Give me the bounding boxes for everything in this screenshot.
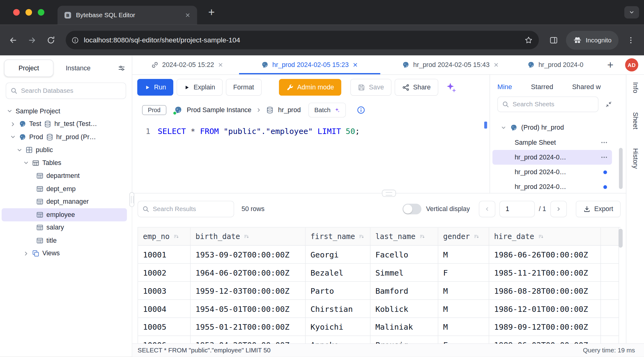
table-cell: 1955-01-21T00:00:00Z (190, 318, 305, 336)
table-cell: M (438, 318, 489, 336)
side-panel-button[interactable] (545, 32, 562, 48)
table-row[interactable]: 100041954-05-01T00:00:00ZChirstianKoblic… (138, 300, 621, 318)
browser-tab[interactable]: B Bytebase SQL Editor (57, 6, 197, 25)
share-button[interactable]: Share (395, 79, 438, 96)
close-window-button[interactable] (13, 9, 20, 15)
database-name[interactable]: hr_prod (278, 106, 301, 114)
batch-button[interactable]: Batch (308, 103, 346, 117)
column-header-last_name[interactable]: last_name (371, 228, 438, 246)
sheet-item[interactable]: hr_prod 2024-0… (493, 150, 612, 165)
run-button[interactable]: Run (137, 79, 173, 96)
sheet-item[interactable]: hr_prod 2024-0… (493, 165, 612, 179)
page-number-input[interactable] (499, 201, 535, 217)
sheet-tab-1[interactable]: hr_prod 2024-02-05 15:23 (239, 55, 380, 74)
admin-mode-button[interactable]: Admin mode (279, 79, 341, 96)
column-header-emp_no[interactable]: emp_no (138, 228, 190, 246)
filter-settings-icon[interactable] (118, 65, 125, 72)
column-header-gender[interactable]: gender (438, 228, 489, 246)
bookmark-star-icon[interactable] (524, 36, 533, 45)
ai-assistant-icon[interactable] (445, 81, 457, 93)
user-avatar[interactable]: AD (625, 58, 638, 72)
tree-item-table-dept-emp[interactable]: dept_emp (0, 182, 132, 195)
vertical-display-toggle[interactable] (402, 204, 421, 214)
table-row[interactable]: 100061953-04-20T00:00:00ZAnnekePreusigF1… (138, 336, 621, 343)
tab-shared[interactable]: Shared w (572, 83, 601, 90)
sheet-tab-2[interactable]: hr_prod 2024-02-05 15:43 (380, 55, 521, 74)
table-icon (36, 224, 44, 231)
save-button[interactable]: Save (351, 79, 391, 96)
sheet-group[interactable]: (Prod) hr_prod (493, 120, 612, 135)
chevron-right-icon (556, 206, 561, 212)
column-header-birth_date[interactable]: birth_date (190, 228, 305, 246)
table-row[interactable]: 100011953-09-02T00:00:00ZGeorgiFacelloM1… (138, 245, 621, 264)
collapse-panel-icon[interactable] (605, 101, 612, 108)
tab-search-button[interactable] (624, 6, 639, 18)
sheet-tab-label: 2024-02-05 15:22 (162, 61, 214, 69)
tree-item-table-title[interactable]: title (0, 234, 132, 247)
format-button[interactable]: Format (226, 79, 261, 96)
reload-button[interactable] (43, 32, 59, 48)
sort-icon (538, 233, 544, 239)
explain-button[interactable]: Explain (177, 79, 222, 96)
sheet-menu-icon[interactable] (600, 139, 608, 146)
tab-sheet[interactable]: Sheet (631, 112, 639, 129)
tree-item-instance-test-hr-test[interactable]: Testhr_test (Test… (0, 118, 132, 131)
sheet-tab-3[interactable]: hr_prod 2024-0 (521, 55, 603, 74)
tree-item-schema-public[interactable]: public (0, 143, 132, 156)
results-search-input[interactable] (138, 201, 234, 217)
site-info-icon[interactable] (72, 36, 79, 44)
table-cell: 10006 (138, 336, 190, 343)
tree-item-project-sample-project[interactable]: Sample Project (0, 105, 132, 118)
panel-resize-handle[interactable] (382, 190, 396, 197)
new-sheet-button[interactable]: + (603, 57, 618, 72)
scrollbar-thumb[interactable] (619, 148, 622, 189)
column-header-hire_date[interactable]: hire_date (489, 228, 601, 246)
sidebar-resize-handle[interactable] (129, 192, 134, 207)
prev-page-button[interactable] (479, 201, 495, 217)
table-cell: 10005 (138, 318, 190, 336)
tab-history[interactable]: History (631, 148, 639, 169)
minimize-window-button[interactable] (26, 9, 32, 15)
export-button[interactable]: Export (576, 201, 621, 217)
table-scrollbar-thumb[interactable] (618, 229, 622, 248)
next-page-button[interactable] (550, 201, 567, 217)
address-bar[interactable]: localhost:8080/sql-editor/sheet/project-… (66, 31, 539, 49)
sheet-search-input[interactable] (497, 96, 599, 112)
table-cell: Simmel (371, 264, 438, 282)
back-button[interactable] (5, 32, 21, 48)
tab-info[interactable]: Info (631, 82, 639, 93)
chevron-down-icon (629, 10, 635, 15)
table-row[interactable]: 100051955-01-21T00:00:00ZKyoichiMaliniak… (138, 318, 621, 336)
info-icon[interactable] (357, 106, 365, 114)
tree-item-group-tables[interactable]: Tables (0, 156, 132, 169)
close-sheet-icon[interactable] (218, 62, 224, 68)
forward-button[interactable] (24, 32, 40, 48)
tree-item-table-salary[interactable]: salary (0, 221, 132, 234)
browser-menu-button[interactable] (622, 32, 639, 48)
close-tab-icon[interactable] (185, 12, 191, 18)
table-row[interactable]: 100031959-12-03T00:00:00ZPartoBamfordM19… (138, 282, 621, 300)
sheet-item[interactable]: hr_prod 2024-0… (493, 179, 612, 193)
tree-item-instance-prod-hr-prod[interactable]: Prodhr_prod (Pr… (0, 131, 132, 143)
tab-mine[interactable]: Mine (497, 83, 512, 90)
table-row[interactable]: 100021964-06-02T00:00:00ZBezalelSimmelF1… (138, 264, 621, 282)
sql-editor[interactable]: 1 SELECT * FROM "public"."employee" LIMI… (132, 125, 489, 137)
close-sheet-icon[interactable] (493, 62, 499, 68)
tree-item-table-department[interactable]: department (0, 169, 132, 182)
tree-item-table-employee[interactable]: employee (2, 208, 127, 221)
tab-starred[interactable]: Starred (531, 83, 553, 90)
sheet-item[interactable]: Sample Sheet (493, 135, 612, 150)
instance-name[interactable]: Prod Sample Instance (187, 106, 251, 114)
new-tab-button[interactable]: + (205, 5, 218, 19)
sheet-tab-0[interactable]: 2024-02-05 15:22 (135, 55, 239, 74)
tab-instance[interactable]: Instance (66, 65, 91, 72)
zoom-window-button[interactable] (38, 9, 44, 15)
tree-item-table-dept-manager[interactable]: dept_manager (0, 195, 132, 208)
database-search-input[interactable] (6, 83, 126, 99)
column-header-first_name[interactable]: first_name (306, 228, 371, 246)
close-sheet-icon[interactable] (352, 62, 358, 68)
tab-project[interactable]: Project (4, 60, 53, 77)
chev-right-icon (10, 121, 16, 127)
sheet-menu-icon[interactable] (600, 154, 608, 161)
tree-item-group-views[interactable]: Views (0, 247, 132, 260)
